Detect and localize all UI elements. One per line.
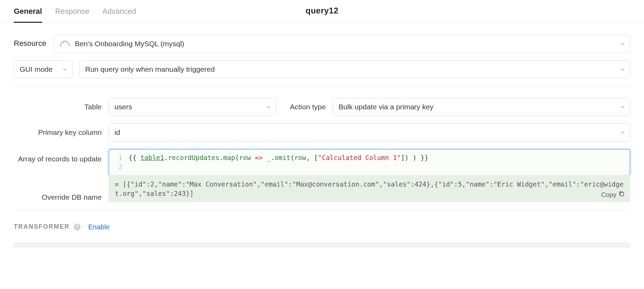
action-type-value: Bulk update via a primary key (339, 102, 433, 112)
records-label: Array of records to update (14, 154, 102, 164)
copy-icon (618, 190, 625, 200)
mysql-dolphin-icon (60, 40, 70, 48)
chevron-down-icon (620, 39, 625, 49)
enable-transformer-link[interactable]: Enable (88, 222, 110, 232)
transformer-heading: TRANSFORMER (14, 222, 70, 231)
tab-response[interactable]: Response (55, 3, 89, 23)
result-panel: = [{"id":2,"name":"Max Conversation","em… (109, 175, 630, 202)
override-db-label: Override DB name (14, 192, 102, 202)
result-prefix: = (115, 180, 123, 188)
chevron-down-icon (266, 102, 271, 112)
tabs-bar: General Response Advanced query12 (0, 0, 644, 23)
tabs: General Response Advanced (14, 3, 136, 23)
divider (14, 210, 630, 210)
primary-key-value: id (114, 127, 120, 137)
code-line-2 (129, 162, 630, 171)
code-line-1: {{ table1.recordUpdates.map(row => _.omi… (129, 153, 630, 162)
records-code-editor[interactable]: 1 {{ table1.recordUpdates.map(row => _.o… (109, 149, 630, 176)
resource-value: Ben's Onboarding MySQL (mysql) (75, 39, 184, 49)
svg-point-0 (63, 42, 64, 43)
resource-label: Resource (14, 38, 46, 49)
chevron-down-icon (620, 127, 625, 137)
help-icon[interactable]: ? (74, 223, 81, 230)
trigger-select[interactable]: Run query only when manually triggered (79, 60, 630, 78)
gutter-line-2: 2 (109, 162, 129, 171)
copy-label: Copy (601, 190, 616, 200)
divider (14, 86, 630, 86)
gutter-line-1: 1 (109, 153, 129, 162)
action-type-label: Action type (290, 102, 326, 112)
result-value: [{"id":2,"name":"Max Conversation","emai… (115, 180, 624, 197)
mode-value: GUI mode (20, 64, 53, 74)
resource-select[interactable]: Ben's Onboarding MySQL (mysql) (54, 35, 630, 53)
table-select[interactable]: users (109, 98, 276, 116)
svg-rect-1 (620, 192, 624, 196)
table-label: Table (14, 102, 102, 112)
chevron-down-icon (620, 102, 625, 112)
tab-advanced[interactable]: Advanced (102, 3, 136, 23)
mode-select[interactable]: GUI mode (14, 60, 72, 78)
primary-key-label: Primary key column (14, 127, 102, 137)
action-type-select[interactable]: Bulk update via a primary key (333, 98, 630, 116)
chevron-down-icon (620, 64, 625, 74)
primary-key-select[interactable]: id (109, 123, 630, 141)
copy-button[interactable]: Copy (601, 190, 625, 200)
chevron-down-icon (62, 64, 67, 74)
collapsed-panel (14, 242, 630, 248)
trigger-value: Run query only when manually triggered (85, 64, 215, 74)
table-value: users (114, 102, 132, 112)
tab-general[interactable]: General (14, 3, 42, 23)
